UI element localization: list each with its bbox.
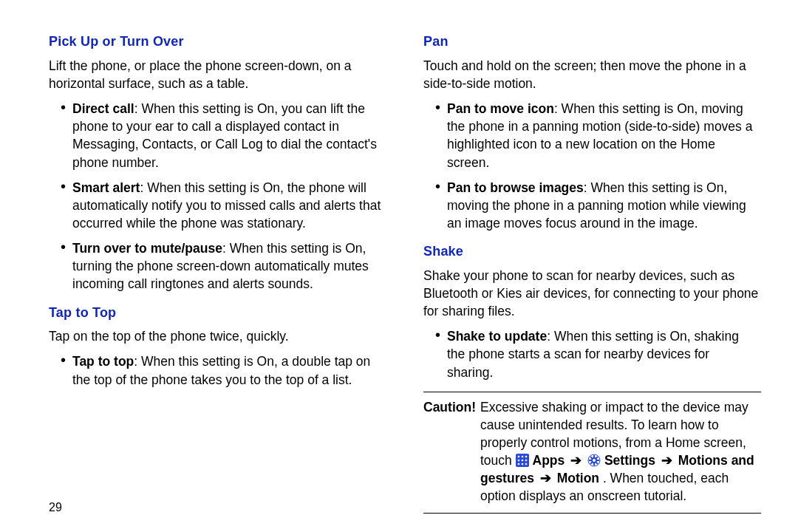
svg-point-7	[517, 463, 519, 466]
bullet-label: Tap to top	[72, 354, 134, 369]
svg-point-2	[521, 456, 523, 458]
list-item: Shake to update: When this setting is On…	[435, 327, 758, 381]
settings-gear-icon	[587, 454, 601, 467]
heading-shake: Shake	[423, 242, 761, 261]
list-item: Direct call: When this setting is On, yo…	[61, 100, 383, 171]
list-item: Turn over to mute/pause: When this setti…	[61, 239, 383, 293]
pan-bullets: Pan to move icon: When this setting is O…	[423, 100, 761, 232]
svg-rect-13	[589, 460, 591, 461]
pick-up-bullets: Direct call: When this setting is On, yo…	[49, 100, 386, 293]
svg-rect-11	[593, 455, 595, 457]
arrow-icon: ➔	[538, 471, 553, 485]
shake-intro: Shake your phone to scan for nearby devi…	[423, 267, 761, 320]
tap-to-top-intro: Tap on the top of the phone twice, quick…	[49, 327, 386, 345]
bullet-label: Direct call	[72, 101, 134, 116]
svg-point-8	[521, 463, 523, 466]
heading-pick-up: Pick Up or Turn Over	[49, 33, 386, 51]
svg-point-20	[593, 459, 596, 462]
svg-point-5	[521, 460, 523, 462]
svg-point-9	[525, 463, 527, 466]
list-item: Tap to top: When this setting is On, a d…	[61, 352, 383, 388]
manual-page: Pick Up or Turn Over Lift the phone, or …	[0, 0, 798, 532]
shake-bullets: Shake to update: When this setting is On…	[423, 327, 761, 381]
bullet-label: Pan to browse images	[447, 180, 584, 195]
caution-text: Excessive shaking or impact to the devic…	[480, 398, 761, 505]
svg-rect-14	[597, 460, 599, 461]
page-number: 29	[49, 501, 62, 514]
tap-to-top-bullets: Tap to top: When this setting is On, a d…	[49, 352, 386, 388]
pick-up-intro: Lift the phone, or place the phone scree…	[49, 57, 386, 92]
svg-rect-12	[593, 463, 595, 466]
path-settings: Settings	[604, 453, 655, 468]
svg-point-6	[525, 460, 527, 462]
apps-grid-icon	[516, 454, 529, 467]
arrow-icon: ➔	[568, 453, 584, 468]
left-column: Pick Up or Turn Over Lift the phone, or …	[49, 33, 386, 511]
bullet-label: Smart alert	[72, 180, 140, 195]
caution-block: Caution! Excessive shaking or impact to …	[423, 392, 761, 514]
bullet-label: Pan to move icon	[447, 101, 554, 116]
caution-label: Caution!	[423, 398, 480, 505]
list-item: Pan to browse images: When this setting …	[435, 179, 758, 232]
svg-point-3	[525, 456, 527, 458]
heading-pan: Pan	[423, 33, 761, 51]
arrow-icon: ➔	[659, 453, 675, 468]
svg-point-4	[517, 460, 519, 462]
path-motion: Motion	[557, 471, 599, 485]
bullet-label: Turn over to mute/pause	[72, 241, 222, 256]
list-item: Pan to move icon: When this setting is O…	[435, 100, 758, 171]
list-item: Smart alert: When this setting is On, th…	[61, 179, 383, 232]
right-column: Pan Touch and hold on the screen; then m…	[419, 33, 761, 511]
path-apps: Apps	[533, 453, 565, 468]
svg-point-1	[517, 456, 519, 458]
pan-intro: Touch and hold on the screen; then move …	[423, 57, 761, 92]
bullet-label: Shake to update	[447, 329, 547, 344]
heading-tap-to-top: Tap to Top	[49, 304, 386, 322]
